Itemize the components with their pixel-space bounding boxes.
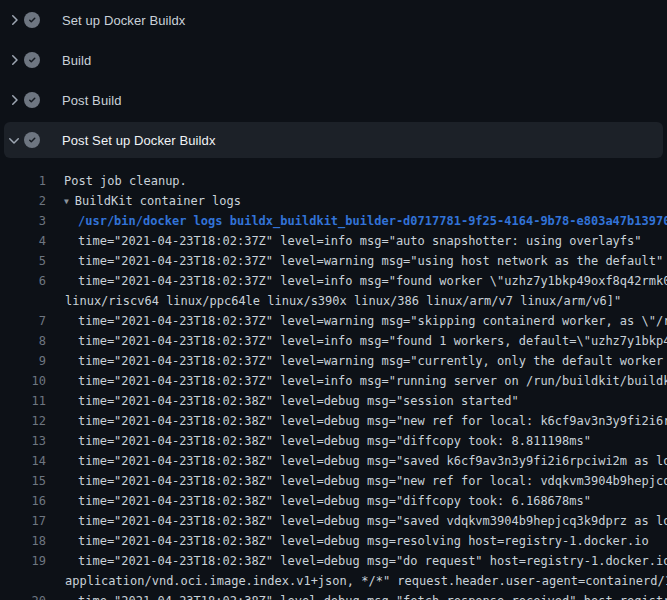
log-text: time="2021-04-23T18:02:38Z" level=debug …	[46, 411, 667, 431]
log-row: 18time="2021-04-23T18:02:38Z" level=debu…	[0, 531, 667, 551]
line-number[interactable]: 9	[0, 351, 46, 371]
log-text: time="2021-04-23T18:02:38Z" level=debug …	[46, 451, 667, 471]
log-text: time="2021-04-23T18:02:38Z" level=debug …	[46, 471, 667, 491]
log-text: application/vnd.oci.image.index.v1+json,…	[46, 571, 667, 591]
check-circle-icon	[24, 12, 40, 28]
line-number[interactable]: 7	[0, 311, 46, 331]
chevron-right-icon	[6, 12, 22, 28]
log-text: time="2021-04-23T18:02:38Z" level=debug …	[46, 491, 591, 511]
step-label: Build	[62, 53, 91, 68]
check-circle-icon	[24, 132, 40, 148]
line-number[interactable]: 19	[0, 551, 46, 571]
log-row: 11time="2021-04-23T18:02:38Z" level=debu…	[0, 391, 667, 411]
line-number[interactable]: 20	[0, 591, 46, 600]
line-number	[0, 291, 46, 311]
group-collapse-triangle-icon[interactable]: ▼	[64, 192, 69, 212]
line-number[interactable]: 16	[0, 491, 46, 511]
line-number[interactable]: 14	[0, 451, 46, 471]
log-text: time="2021-04-23T18:02:38Z" level=debug …	[46, 551, 667, 571]
log-text: time="2021-04-23T18:02:37Z" level=warnin…	[46, 311, 667, 331]
step-label: Post Build	[62, 93, 122, 108]
log-row: 13time="2021-04-23T18:02:38Z" level=debu…	[0, 431, 667, 451]
chevron-down-icon	[6, 132, 22, 148]
log-row: 14time="2021-04-23T18:02:38Z" level=debu…	[0, 451, 667, 471]
log-text: time="2021-04-23T18:02:38Z" level=debug …	[46, 511, 667, 531]
line-number[interactable]: 1	[0, 171, 46, 191]
step-setup-docker-buildx[interactable]: Set up Docker Buildx	[0, 0, 667, 40]
step-label: Set up Docker Buildx	[62, 13, 185, 28]
line-number	[0, 571, 46, 591]
log-text: time="2021-04-23T18:02:37Z" level=info m…	[46, 371, 667, 391]
log-text: time="2021-04-23T18:02:38Z" level=debug …	[46, 431, 591, 451]
log-text: linux/riscv64 linux/ppc64le linux/s390x …	[46, 291, 621, 311]
log-row: 3/usr/bin/docker logs buildx_buildkit_bu…	[0, 211, 667, 231]
line-number[interactable]: 11	[0, 391, 46, 411]
log-text: Post job cleanup.	[46, 171, 187, 191]
step-post-setup-docker-buildx[interactable]: Post Set up Docker Buildx	[4, 122, 663, 158]
log-text: time="2021-04-23T18:02:38Z" level=debug …	[46, 591, 667, 600]
line-number[interactable]: 17	[0, 511, 46, 531]
log-row: 6time="2021-04-23T18:02:37Z" level=info …	[0, 271, 667, 291]
line-number[interactable]: 10	[0, 371, 46, 391]
log-text: time="2021-04-23T18:02:37Z" level=info m…	[46, 271, 667, 291]
line-number[interactable]: 12	[0, 411, 46, 431]
log-row: 12time="2021-04-23T18:02:38Z" level=debu…	[0, 411, 667, 431]
log-row: 16time="2021-04-23T18:02:38Z" level=debu…	[0, 491, 667, 511]
log-text: time="2021-04-23T18:02:37Z" level=warnin…	[46, 251, 663, 271]
check-circle-icon	[24, 92, 40, 108]
log-group-row[interactable]: ▼BuildKit container logs	[46, 191, 241, 211]
line-number[interactable]: 5	[0, 251, 46, 271]
step-build[interactable]: Build	[0, 40, 667, 80]
log-area: 1Post job cleanup.2▼BuildKit container l…	[0, 160, 667, 600]
log-row: 7time="2021-04-23T18:02:37Z" level=warni…	[0, 311, 667, 331]
log-row: 2▼BuildKit container logs	[0, 191, 667, 211]
log-row: 1Post job cleanup.	[0, 171, 667, 191]
log-row: 15time="2021-04-23T18:02:38Z" level=debu…	[0, 471, 667, 491]
line-number[interactable]: 3	[0, 211, 46, 231]
line-number[interactable]: 2	[0, 191, 46, 211]
steps-list: Set up Docker Buildx Build Post Build Po…	[0, 0, 667, 158]
line-number[interactable]: 6	[0, 271, 46, 291]
chevron-right-icon	[6, 52, 22, 68]
log-row: 4time="2021-04-23T18:02:37Z" level=info …	[0, 231, 667, 251]
check-circle-icon	[24, 52, 40, 68]
line-number[interactable]: 18	[0, 531, 46, 551]
log-text: time="2021-04-23T18:02:38Z" level=debug …	[46, 531, 649, 551]
log-row: 17time="2021-04-23T18:02:38Z" level=debu…	[0, 511, 667, 531]
step-post-build[interactable]: Post Build	[0, 80, 667, 120]
log-row: 19time="2021-04-23T18:02:38Z" level=debu…	[0, 551, 667, 571]
log-text: time="2021-04-23T18:02:38Z" level=debug …	[46, 391, 519, 411]
log-text: time="2021-04-23T18:02:37Z" level=warnin…	[46, 351, 667, 371]
log-row: linux/riscv64 linux/ppc64le linux/s390x …	[0, 291, 667, 311]
log-row: 8time="2021-04-23T18:02:37Z" level=info …	[0, 331, 667, 351]
chevron-right-icon	[6, 92, 22, 108]
log-row: application/vnd.oci.image.index.v1+json,…	[0, 571, 667, 591]
log-group-label[interactable]: BuildKit container logs	[75, 194, 241, 208]
line-number[interactable]: 8	[0, 331, 46, 351]
log-command-text: /usr/bin/docker logs buildx_buildkit_bui…	[46, 211, 667, 231]
line-number[interactable]: 4	[0, 231, 46, 251]
log-row: 9time="2021-04-23T18:02:37Z" level=warni…	[0, 351, 667, 371]
line-number[interactable]: 13	[0, 431, 46, 451]
log-row: 20time="2021-04-23T18:02:38Z" level=debu…	[0, 591, 667, 600]
step-label: Post Set up Docker Buildx	[62, 133, 216, 148]
log-text: time="2021-04-23T18:02:37Z" level=info m…	[46, 331, 667, 351]
log-row: 10time="2021-04-23T18:02:37Z" level=info…	[0, 371, 667, 391]
line-number[interactable]: 15	[0, 471, 46, 491]
log-text: time="2021-04-23T18:02:37Z" level=info m…	[46, 231, 642, 251]
log-row: 5time="2021-04-23T18:02:37Z" level=warni…	[0, 251, 667, 271]
